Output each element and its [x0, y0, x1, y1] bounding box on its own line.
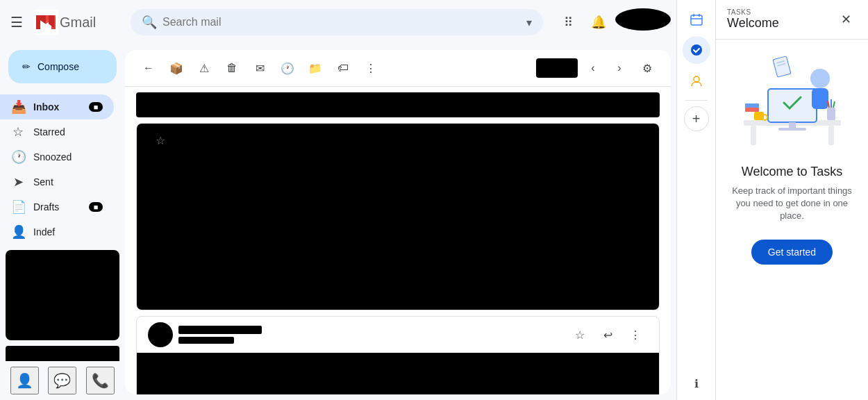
snoozed-label: Snoozed — [33, 151, 103, 162]
search-bar[interactable]: 🔍 ▾ — [131, 9, 543, 35]
reply-inline-button[interactable]: ↩ — [595, 322, 620, 347]
menu-button[interactable]: ☰ — [3, 8, 31, 36]
get-started-button[interactable]: Get started — [751, 240, 833, 265]
tasks-header: TASKS Welcome ✕ — [716, 0, 868, 40]
delete-button[interactable]: 🗑 — [219, 56, 244, 81]
right-sidebar: + ℹ — [676, 0, 715, 400]
profile-button[interactable] — [615, 8, 671, 31]
gmail-text: Gmail — [60, 15, 96, 31]
svg-rect-1 — [691, 15, 702, 25]
email-msg-2-body — [137, 353, 659, 394]
tasks-close-button[interactable]: ✕ — [835, 8, 857, 31]
sent-label: Sent — [33, 176, 103, 188]
compose-icon: ✏ — [22, 61, 31, 72]
svg-rect-20 — [745, 108, 759, 112]
sidebar-item-inbox[interactable]: 📥 Inbox ■ — [0, 94, 114, 119]
search-icon: 🔍 — [142, 15, 157, 30]
sender-info — [178, 326, 562, 344]
email-main: ← 📦 ⚠ 🗑 ✉ 🕐 📁 🏷 ⋮ ‹ › ⚙ ☆ — [125, 50, 671, 394]
tasks-welcome-image — [737, 51, 848, 148]
tasks-panel: TASKS Welcome ✕ — [715, 0, 868, 400]
apps-button[interactable]: ⠿ — [554, 8, 582, 36]
svg-rect-11 — [789, 122, 796, 128]
email-msg-1-body — [137, 157, 659, 310]
compose-button[interactable]: ✏ Compose — [8, 50, 117, 83]
email-toolbar: ← 📦 ⚠ 🗑 ✉ 🕐 📁 🏷 ⋮ ‹ › ⚙ — [125, 50, 671, 87]
more-button[interactable]: ⋮ — [358, 56, 383, 81]
sidebar-bottom-item — [6, 346, 119, 361]
people-button[interactable]: 👤 — [10, 367, 39, 394]
close-icon: ✕ — [841, 12, 851, 27]
search-dropdown-icon[interactable]: ▾ — [526, 16, 532, 29]
next-email-button[interactable]: › — [607, 56, 632, 81]
tasks-illustration — [716, 40, 868, 159]
email-subject — [136, 92, 660, 117]
drafts-icon: 📄 — [11, 199, 25, 215]
tasks-title-group: TASKS Welcome — [727, 8, 835, 31]
page-info — [536, 58, 578, 78]
sidebar-item-snoozed[interactable]: 🕐 Snoozed — [0, 144, 114, 169]
svg-rect-9 — [828, 126, 834, 145]
labels-button[interactable]: 🏷 — [331, 56, 356, 81]
calendar-icon — [690, 12, 703, 26]
drafts-label: Drafts — [33, 201, 81, 212]
svg-line-19 — [833, 101, 835, 108]
starred-label: Starred — [33, 126, 103, 138]
starred-icon: ☆ — [11, 124, 25, 140]
snooze-button[interactable]: 🕐 — [275, 56, 300, 81]
svg-rect-14 — [812, 88, 828, 109]
star-msg2-button[interactable]: ☆ — [567, 322, 592, 347]
phone-button[interactable]: 📞 — [86, 367, 115, 394]
add-icon: + — [692, 111, 701, 127]
drafts-badge: ■ — [89, 202, 103, 212]
chat-button[interactable]: 💬 — [48, 367, 76, 394]
sidebar-item-indef[interactable]: 👤 Indef — [0, 219, 114, 244]
add-app-button[interactable]: + — [684, 106, 709, 131]
contacts-icon-btn[interactable] — [683, 67, 710, 94]
sidebar-item-sent[interactable]: ➤ Sent — [0, 169, 114, 194]
info-button[interactable]: ℹ — [685, 372, 708, 394]
tasks-title: Welcome — [727, 16, 835, 31]
tasks-welcome-text: Welcome to Tasks Keep track of important… — [716, 159, 868, 228]
right-sidebar-divider — [685, 100, 708, 101]
sidebar-nav: 📥 Inbox ■ ☆ Starred 🕐 Snoozed ➤ Sent 📄 D… — [0, 94, 125, 244]
gmail-icon — [33, 10, 58, 35]
svg-point-13 — [810, 69, 830, 88]
email-message-1: ☆ — [136, 123, 660, 310]
svg-rect-15 — [754, 112, 764, 120]
svg-rect-22 — [772, 56, 790, 77]
archive-button[interactable]: 📦 — [164, 56, 189, 81]
inbox-badge: ■ — [89, 102, 103, 112]
prev-email-button[interactable]: ‹ — [581, 56, 606, 81]
star-msg1-button[interactable]: ☆ — [148, 128, 173, 153]
move-button[interactable]: 📁 — [303, 56, 328, 81]
search-input[interactable] — [162, 16, 521, 28]
inbox-label: Inbox — [33, 101, 81, 112]
sender-name — [178, 326, 262, 334]
back-button[interactable]: ← — [136, 56, 161, 81]
tasks-icon-btn[interactable] — [683, 36, 710, 64]
calendar-icon-btn[interactable] — [683, 6, 710, 33]
svg-rect-16 — [827, 108, 835, 120]
sidebar-ad-1 — [6, 250, 119, 340]
more-msg2-button[interactable]: ⋮ — [623, 322, 648, 347]
report-spam-button[interactable]: ⚠ — [192, 56, 217, 81]
notifications-button[interactable]: 🔔 — [585, 8, 612, 36]
svg-rect-21 — [745, 103, 759, 108]
msg2-action-icons: ☆ ↩ ⋮ — [567, 322, 648, 347]
email-message-2: ☆ ↩ ⋮ — [136, 316, 660, 394]
gmail-logo: Gmail — [33, 10, 96, 35]
svg-rect-12 — [778, 128, 806, 131]
top-icon-group: ⠿ 🔔 — [554, 8, 671, 36]
sidebar-footer: 👤 💬 📞 — [0, 361, 125, 400]
mark-unread-button[interactable]: ✉ — [247, 56, 272, 81]
tasks-welcome-desc: Keep track of important things you need … — [727, 185, 857, 223]
indef-label: Indef — [33, 226, 103, 238]
svg-point-6 — [694, 76, 699, 82]
settings-button[interactable]: ⚙ — [635, 56, 660, 81]
email-content: ☆ ☆ ↩ ⋮ — [125, 87, 671, 394]
avatar — [148, 322, 173, 347]
sidebar-item-drafts[interactable]: 📄 Drafts ■ — [0, 194, 114, 219]
sidebar-item-starred[interactable]: ☆ Starred — [0, 119, 114, 144]
svg-point-5 — [691, 44, 702, 56]
